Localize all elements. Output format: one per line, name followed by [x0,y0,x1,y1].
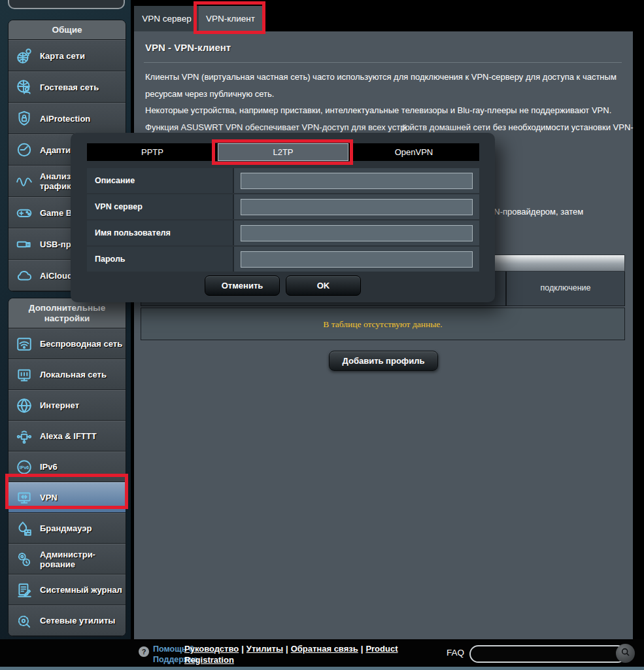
sidebar-item-label: Администри-рование [40,550,123,569]
link-separator: | [361,644,364,654]
vpn-server-label: VPN сервер [87,194,234,219]
table-header-cell-connection: подключение [507,272,624,306]
sidebar-item-label: IPv6 [40,462,58,472]
cloud-icon [13,267,35,284]
dialog-fields: Описание VPN сервер Имя пользователя Пар… [87,168,479,273]
gears-icon [13,551,35,568]
sidebar-item-guest-network[interactable]: Гостевая сеть [8,71,126,103]
password-label: Пароль [87,247,234,272]
intro-line-fragment: й [402,123,407,133]
bottom-accent-line [0,667,644,670]
sidebar-item-network-map[interactable]: Карта сети [8,40,126,71]
ipv6-icon: IPv6 [13,459,35,476]
sidebar-item-lan[interactable]: Локальная сеть [8,359,126,390]
link-separator: | [286,644,288,654]
password-cell [234,247,479,272]
intro-line: Некоторые устройства, например приставки… [145,102,634,119]
annotation-box-l2tp [212,139,353,165]
password-input[interactable] [241,251,473,268]
sidebar-item-aiprotection[interactable]: AiProtection [8,103,126,134]
vpn-client-dialog: PPTP L2TP OpenVPN Описание VPN сервер Им… [71,133,495,302]
svg-text:IPv6: IPv6 [20,465,29,469]
provider-text-fragment: VPN-провайдером, затем [483,207,583,217]
sidebar-item-label: Гостевая сеть [40,82,99,92]
help-icon: ? [139,646,149,657]
username-cell [234,220,479,245]
search-button[interactable] [616,644,635,663]
field-row-password: Пароль [87,247,479,272]
advanced-section-header: Дополнительные настройки [8,298,126,328]
faq-search-input[interactable] [469,645,626,663]
sidebar-item-label: Интернет [40,400,79,410]
page-title: VPN - VPN-клиент [145,42,231,53]
title-divider [144,62,622,63]
field-row-description: Описание [87,168,479,193]
tab-pptp[interactable]: PPTP [87,143,218,161]
sidebar-item-administration[interactable]: Администри-рование [8,544,126,574]
sidebar-item-label: Локальная сеть [40,370,107,379]
sidebar-item-label: Системный журнал [40,585,122,595]
cancel-button[interactable]: Отменить [205,275,280,296]
sidebar-item-label: AiCloud [40,271,73,281]
link-separator: | [241,644,244,654]
description-label: Описание [87,168,234,193]
tab-openvpn[interactable]: OpenVPN [348,143,479,161]
log-document-icon [13,582,35,599]
table-empty-row: В таблице отсутствуют данные. [141,308,625,340]
footer-bar: ? Помощь & Поддержка Руководство|Утилиты… [0,639,644,667]
username-input[interactable] [241,225,473,241]
globe-icon [13,397,35,414]
field-row-username: Имя пользователя [87,220,479,245]
username-label: Имя пользователя [87,220,234,245]
sidebar-item-label: Брандмауэр [40,523,92,533]
content-panel: VPN - VPN-клиент Клиенты VPN (виртуальна… [134,31,633,639]
sidebar-item-alexa-ifttt[interactable]: Alexa & IFTTT [8,421,126,451]
sidebar-item-label: Alexa & IFTTT [40,431,97,441]
tab-vpn-server[interactable]: VPN сервер [134,6,199,31]
alexa-ifttt-icon [13,428,35,445]
field-row-vpn-server: VPN сервер [87,194,479,219]
intro-line: Клиенты VPN (виртуальная частная сеть) ч… [145,69,634,86]
sidebar-cutoff-box [8,0,125,9]
sidebar-item-firewall[interactable]: Брандмауэр [8,513,126,544]
annotation-box-vpn-client [194,1,265,34]
sidebar-item-internet[interactable]: Интернет [8,390,126,421]
vpn-server-input[interactable] [241,199,473,215]
sidebar-item-label: AiProtection [40,114,90,124]
annotation-box-vpn-item [5,474,128,509]
link-utilities[interactable]: Утилиты [246,644,283,654]
link-feedback[interactable]: Обратная связь [291,644,358,654]
description-cell [234,168,479,193]
guest-network-icon [13,79,35,96]
intro-line: ресурсам через публичную сеть. [145,86,634,103]
wireless-icon [13,336,35,353]
gauge-icon [13,141,35,158]
network-map-icon [13,47,35,64]
sidebar-item-system-log[interactable]: Системный журнал [8,574,126,605]
search-icon [620,647,631,660]
faq-label: FAQ [447,648,464,658]
link-manual[interactable]: Руководство [184,644,239,654]
sidebar-item-label: Сетевые утилиты [40,616,115,626]
traffic-wave-icon [13,173,35,190]
sidebar-item-label: Карта сети [40,51,85,61]
ok-button[interactable]: OK [286,275,361,296]
footer-links: Руководство|Утилиты|Обратная связь|Produ… [184,643,446,665]
sidebar-item-wireless[interactable]: Беспроводная сеть [8,328,126,359]
usb-icon [13,236,35,253]
shield-lock-icon [13,110,35,127]
dialog-buttons: Отменить OK [71,275,495,296]
sidebar-item-label: Беспроводная сеть [40,339,122,349]
vpn-server-cell [234,194,479,219]
intro-text: Клиенты VPN (виртуальная частная сеть) ч… [145,69,634,135]
router-admin-page: VPN сервер VPN-клиент VPN - VPN-клиент К… [0,0,644,670]
gamepad-icon [13,204,35,221]
sidebar-advanced-section: Дополнительные настройки Беспроводная се… [8,298,126,637]
network-tools-icon [13,612,35,629]
sidebar-item-network-tools[interactable]: Сетевые утилиты [8,605,126,636]
description-input[interactable] [241,173,473,189]
add-profile-button[interactable]: Добавить профиль [329,351,439,371]
lan-icon [13,366,35,383]
general-section-header: Общие [8,20,126,40]
firewall-flame-icon [13,520,35,537]
